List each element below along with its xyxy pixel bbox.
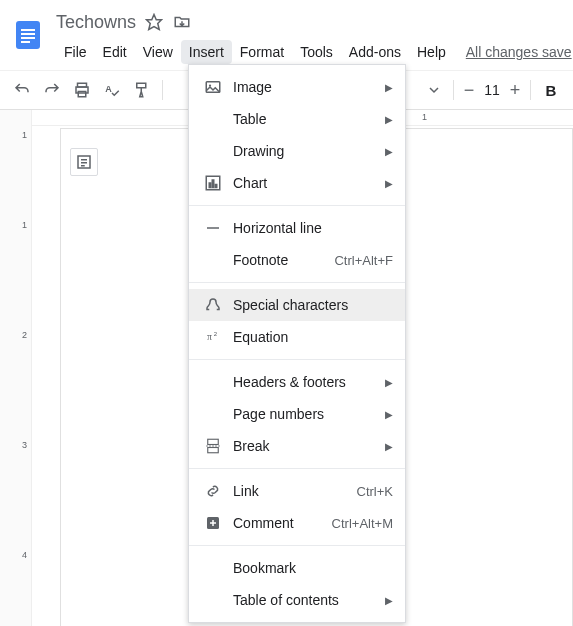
svg-rect-2 — [21, 33, 35, 35]
docs-logo[interactable] — [8, 8, 48, 62]
outline-toggle-button[interactable] — [70, 148, 98, 176]
menu-label: Special characters — [233, 297, 393, 313]
comment-icon — [201, 514, 225, 532]
svg-text:A: A — [105, 84, 112, 94]
svg-rect-10 — [137, 83, 146, 88]
menu-separator — [189, 205, 405, 206]
toolbar-separator — [530, 80, 531, 100]
svg-rect-24 — [208, 439, 219, 444]
submenu-arrow-icon: ▶ — [385, 178, 393, 189]
insert-image[interactable]: Image ▶ — [189, 71, 405, 103]
insert-comment[interactable]: Comment Ctrl+Alt+M — [189, 507, 405, 539]
header-main: Techowns File Edit View Insert Format To… — [56, 8, 573, 64]
omega-icon — [201, 296, 225, 314]
svg-rect-25 — [208, 448, 219, 453]
insert-table[interactable]: Table ▶ — [189, 103, 405, 135]
insert-chart[interactable]: Chart ▶ — [189, 167, 405, 199]
insert-page-numbers[interactable]: Page numbers ▶ — [189, 398, 405, 430]
menu-separator — [189, 468, 405, 469]
svg-text:2: 2 — [214, 331, 218, 337]
star-icon[interactable] — [144, 12, 164, 32]
menu-label: Headers & footers — [233, 374, 385, 390]
menu-help[interactable]: Help — [409, 40, 454, 64]
menu-label: Comment — [233, 515, 332, 531]
font-select[interactable] — [421, 85, 447, 95]
insert-break[interactable]: Break ▶ — [189, 430, 405, 462]
ruler-tick: 4 — [22, 550, 27, 560]
ruler-tick: 3 — [22, 440, 27, 450]
svg-rect-19 — [212, 180, 214, 188]
menu-view[interactable]: View — [135, 40, 181, 64]
link-icon — [201, 482, 225, 500]
insert-drawing[interactable]: Drawing ▶ — [189, 135, 405, 167]
svg-marker-5 — [147, 15, 162, 30]
menu-separator — [189, 545, 405, 546]
insert-footnote[interactable]: Footnote Ctrl+Alt+F — [189, 244, 405, 276]
menu-shortcut: Ctrl+Alt+F — [334, 253, 393, 268]
toolbar-separator — [453, 80, 454, 100]
menu-label: Equation — [233, 329, 393, 345]
menu-edit[interactable]: Edit — [95, 40, 135, 64]
menu-label: Drawing — [233, 143, 385, 159]
ruler-tick: 1 — [22, 220, 27, 230]
page-break-icon — [201, 437, 225, 455]
menu-label: Chart — [233, 175, 385, 191]
menu-shortcut: Ctrl+K — [357, 484, 393, 499]
insert-equation[interactable]: π2 Equation — [189, 321, 405, 353]
vertical-ruler: 1 1 2 3 4 — [0, 110, 32, 626]
print-button[interactable] — [68, 76, 96, 104]
submenu-arrow-icon: ▶ — [385, 114, 393, 125]
insert-dropdown: Image ▶ Table ▶ Drawing ▶ Chart ▶ Horizo… — [188, 64, 406, 623]
insert-headers-footers[interactable]: Headers & footers ▶ — [189, 366, 405, 398]
menu-file[interactable]: File — [56, 40, 95, 64]
font-size-value[interactable]: 11 — [478, 80, 506, 100]
toolbar-separator — [162, 80, 163, 100]
menu-label: Link — [233, 483, 357, 499]
menu-label: Page numbers — [233, 406, 385, 422]
submenu-arrow-icon: ▶ — [385, 409, 393, 420]
svg-rect-20 — [215, 185, 217, 188]
menu-addons[interactable]: Add-ons — [341, 40, 409, 64]
doc-title[interactable]: Techowns — [56, 12, 136, 33]
menu-label: Horizontal line — [233, 220, 393, 236]
menu-label: Break — [233, 438, 385, 454]
insert-special-characters[interactable]: Special characters — [189, 289, 405, 321]
title-row: Techowns — [56, 8, 573, 36]
menu-label: Table — [233, 111, 385, 127]
image-icon — [201, 78, 225, 96]
move-icon[interactable] — [172, 12, 192, 32]
bold-button[interactable]: B — [537, 76, 565, 104]
submenu-arrow-icon: ▶ — [385, 146, 393, 157]
menu-label: Bookmark — [233, 560, 393, 576]
paint-format-button[interactable] — [128, 76, 156, 104]
svg-rect-4 — [21, 41, 30, 43]
undo-button[interactable] — [8, 76, 36, 104]
chart-icon — [201, 174, 225, 192]
font-size-decrease[interactable]: − — [460, 78, 478, 102]
menu-label: Footnote — [233, 252, 334, 268]
horizontal-line-icon — [201, 219, 225, 237]
submenu-arrow-icon: ▶ — [385, 595, 393, 606]
menu-format[interactable]: Format — [232, 40, 292, 64]
spellcheck-button[interactable]: A — [98, 76, 126, 104]
menu-shortcut: Ctrl+Alt+M — [332, 516, 393, 531]
submenu-arrow-icon: ▶ — [385, 82, 393, 93]
header: Techowns File Edit View Insert Format To… — [0, 0, 573, 64]
menu-insert[interactable]: Insert — [181, 40, 232, 64]
menu-tools[interactable]: Tools — [292, 40, 341, 64]
font-size-increase[interactable]: + — [506, 78, 524, 102]
font-size-control: − 11 + — [460, 78, 524, 102]
ruler-tick: 2 — [22, 330, 27, 340]
svg-rect-1 — [21, 29, 35, 31]
insert-link[interactable]: Link Ctrl+K — [189, 475, 405, 507]
changes-saved-link[interactable]: All changes save — [466, 44, 572, 60]
equation-icon: π2 — [201, 328, 225, 346]
insert-table-of-contents[interactable]: Table of contents ▶ — [189, 584, 405, 616]
insert-horizontal-line[interactable]: Horizontal line — [189, 212, 405, 244]
menu-label: Table of contents — [233, 592, 385, 608]
submenu-arrow-icon: ▶ — [385, 377, 393, 388]
menubar: File Edit View Insert Format Tools Add-o… — [56, 40, 573, 64]
insert-bookmark[interactable]: Bookmark — [189, 552, 405, 584]
menu-label: Image — [233, 79, 385, 95]
redo-button[interactable] — [38, 76, 66, 104]
